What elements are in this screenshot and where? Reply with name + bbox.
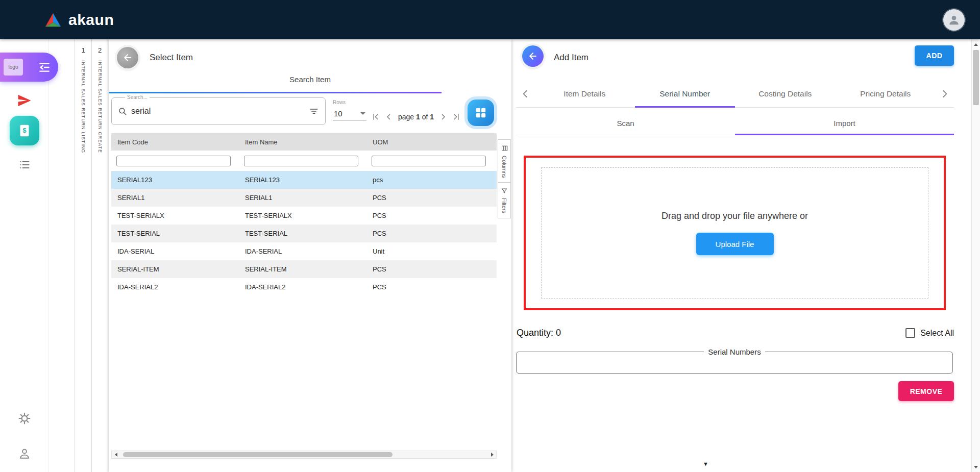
quantity-row: Quantity: 0 Select All: [517, 328, 954, 338]
cell-item-code: IDA-SERIAL: [111, 247, 239, 255]
remove-button[interactable]: REMOVE: [898, 381, 954, 401]
tab-serial-number[interactable]: Serial Number: [635, 80, 736, 107]
table-row[interactable]: SERIAL-ITEM SERIAL-ITEM PCS: [111, 260, 497, 278]
workspace-tab-create[interactable]: 2 INTERNAL SALES RETURN CREATE: [91, 39, 108, 472]
search-item-field[interactable]: Search...: [111, 97, 326, 125]
search-field-label: Search...: [125, 94, 150, 100]
chevron-left-icon: [520, 89, 530, 99]
cell-uom: PCS: [366, 230, 497, 237]
columns-icon: [501, 144, 508, 152]
tab-import[interactable]: Import: [735, 112, 954, 135]
back-button[interactable]: [117, 47, 138, 68]
cell-uom: PCS: [366, 283, 497, 291]
workspace-tab-number: 1: [81, 46, 85, 54]
svg-text:$: $: [22, 127, 26, 134]
rows-value: 10: [334, 109, 342, 118]
menu-fold-icon[interactable]: [38, 61, 51, 74]
filter-uom-input[interactable]: [372, 156, 486, 166]
table-row[interactable]: SERIAL1 SERIAL1 PCS: [111, 189, 497, 207]
column-header-uom[interactable]: UOM: [366, 138, 497, 146]
cell-item-name: TEST-SERIAL: [239, 230, 366, 237]
first-page-button[interactable]: [370, 111, 382, 123]
file-dropzone[interactable]: Drag and drop your file anywhere or Uplo…: [541, 167, 928, 299]
arrow-left-icon: [528, 51, 538, 61]
detail-tabs: Item Details Serial Number Costing Detai…: [516, 80, 954, 108]
prev-page-button[interactable]: [383, 111, 395, 123]
app-screen: akaun $: [0, 0, 980, 472]
search-item-heading: Search Item: [109, 69, 511, 92]
export-icon[interactable]: [16, 92, 33, 109]
billing-app-icon[interactable]: $: [10, 116, 39, 145]
tabs-scroll-right-button[interactable]: [936, 80, 954, 107]
items-table: Item Code Item Name UOM SERIAL123 SERIAL…: [111, 133, 497, 296]
last-page-button[interactable]: [450, 111, 462, 123]
cell-item-name: TEST-SERIALX: [239, 212, 366, 219]
table-header-row: Item Code Item Name UOM: [111, 133, 497, 151]
select-all-label: Select All: [920, 329, 954, 338]
serial-entry-tabs: Scan Import: [516, 112, 954, 135]
horizontal-scrollbar[interactable]: [111, 451, 497, 459]
scrollbar-thumb[interactable]: [973, 50, 979, 105]
chevron-right-icon: [940, 89, 950, 99]
tabs-scroll-left-button[interactable]: [516, 80, 534, 107]
cell-item-name: IDA-SERIAL2: [239, 283, 366, 291]
table-filter-row: [111, 151, 497, 171]
grid-view-button[interactable]: [468, 100, 494, 126]
tab-costing-details[interactable]: Costing Details: [735, 80, 836, 107]
cell-item-code: SERIAL1: [111, 194, 239, 202]
column-header-item-name[interactable]: Item Name: [239, 138, 366, 146]
table-controls: Search... Rows 10: [109, 93, 511, 126]
dropzone-text: Drag and drop your file anywhere or: [662, 211, 808, 221]
person-icon: [947, 13, 961, 27]
upload-file-button[interactable]: Upload File: [696, 233, 774, 255]
cell-uom: pcs: [366, 176, 497, 184]
table-row[interactable]: TEST-SERIALX TEST-SERIALX PCS: [111, 207, 497, 225]
workspace-tab-number: 2: [98, 46, 102, 54]
table-row[interactable]: TEST-SERIAL TEST-SERIAL PCS: [111, 225, 497, 242]
scroll-right-button[interactable]: [488, 451, 496, 458]
cell-item-name: IDA-SERIAL: [239, 247, 366, 255]
back-button[interactable]: [522, 45, 544, 67]
rows-per-page-select[interactable]: Rows 10: [333, 97, 366, 120]
profile-person-icon[interactable]: [17, 446, 32, 461]
select-item-panel: Select Item Search Item Search... Rows 1…: [109, 39, 511, 472]
scroll-down-button[interactable]: [972, 462, 980, 472]
scroll-up-button[interactable]: [972, 39, 980, 49]
workspace-tab-listing[interactable]: 1 INTERNAL SALES RETURN LISTING: [75, 39, 91, 472]
select-all-checkbox[interactable]: [905, 328, 915, 338]
table-row[interactable]: IDA-SERIAL2 IDA-SERIAL2 PCS: [111, 278, 497, 296]
akaun-logo-icon: [44, 12, 62, 28]
scrollbar-thumb[interactable]: [123, 452, 393, 457]
filter-item-name-input[interactable]: [244, 156, 358, 166]
list-menu-icon[interactable]: [18, 158, 31, 171]
tab-scan[interactable]: Scan: [516, 112, 735, 135]
column-header-item-code[interactable]: Item Code: [111, 138, 239, 146]
search-input[interactable]: [131, 107, 305, 116]
arrow-left-icon: [122, 53, 133, 63]
table-side-tabs: Columns Filters: [498, 139, 511, 218]
remove-row: REMOVE: [516, 381, 954, 401]
table-row[interactable]: IDA-SERIAL IDA-SERIAL Unit: [111, 242, 497, 260]
page-indicator: page 1 of 1: [398, 113, 434, 121]
filters-side-tab[interactable]: Filters: [498, 183, 511, 218]
triangle-up-icon: [974, 43, 978, 46]
tab-pricing-details[interactable]: Pricing Details: [836, 80, 936, 107]
filter-list-icon[interactable]: [309, 106, 319, 116]
cell-item-code: IDA-SERIAL2: [111, 283, 239, 291]
tab-item-details[interactable]: Item Details: [534, 80, 635, 107]
add-button[interactable]: ADD: [915, 45, 954, 66]
user-avatar[interactable]: [943, 9, 965, 31]
vertical-scrollbar[interactable]: [971, 39, 980, 472]
serial-numbers-box: Serial Numbers: [516, 347, 953, 374]
triangle-right-icon: [491, 453, 494, 457]
side-tab-label: Columns: [501, 156, 507, 178]
side-tab-label: Filters: [501, 198, 507, 213]
next-page-button[interactable]: [437, 111, 449, 123]
table-row[interactable]: SERIAL123 SERIAL123 pcs: [111, 171, 497, 189]
filter-item-code-input[interactable]: [116, 156, 231, 166]
triangle-down-icon: [974, 466, 978, 468]
scroll-left-button[interactable]: [112, 451, 120, 458]
columns-side-tab[interactable]: Columns: [498, 139, 511, 183]
search-icon: [118, 107, 127, 116]
settings-gear-icon[interactable]: [17, 411, 32, 426]
